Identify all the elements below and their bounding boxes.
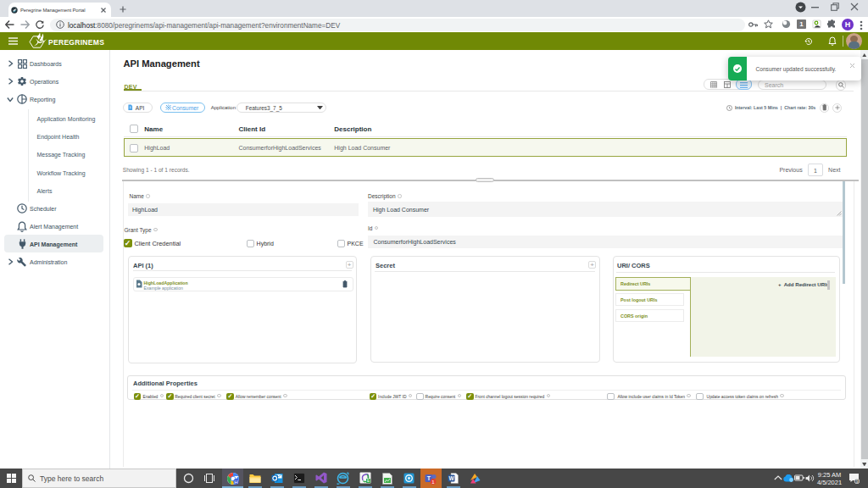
svg-text:H: H <box>234 479 237 484</box>
svg-text:9: 9 <box>856 480 859 484</box>
svg-text:E: E <box>367 479 370 483</box>
svg-text:W: W <box>448 475 454 481</box>
